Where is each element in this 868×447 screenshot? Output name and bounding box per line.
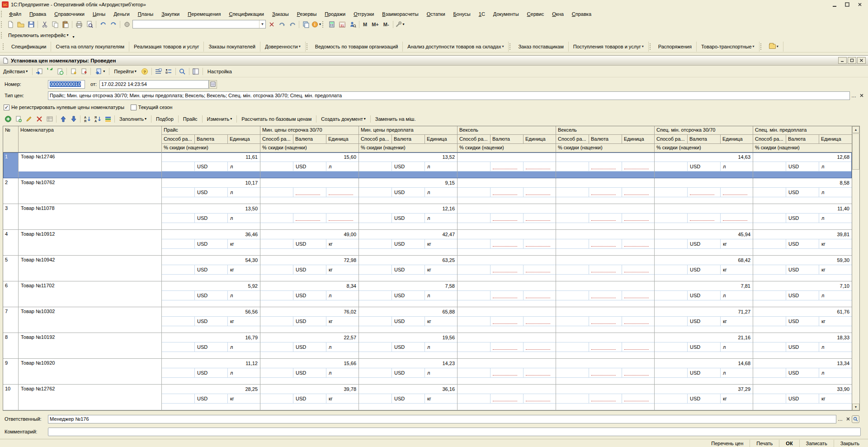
price-group-cell[interactable]: 11,61USDл (162, 152, 260, 178)
price-cell[interactable] (556, 281, 654, 291)
currency-cell[interactable]: USD (688, 291, 721, 300)
unit-cell[interactable]: кг (819, 317, 852, 326)
price-group-cell[interactable]: 28,25USDкг (162, 385, 260, 410)
new-window-button[interactable] (301, 19, 311, 29)
discount-cell[interactable] (556, 352, 654, 358)
subheader-cell[interactable]: Способ ра... (458, 135, 491, 143)
calc-method-cell[interactable] (458, 214, 491, 223)
unit-cell[interactable] (524, 291, 556, 300)
price-cell[interactable]: 49,00 (260, 230, 359, 239)
unit-cell[interactable]: кг (326, 239, 359, 248)
currency-cell[interactable]: USD (293, 239, 326, 248)
price-group-cell[interactable]: 33,90USDкг (753, 385, 852, 410)
currency-cell[interactable] (589, 317, 622, 326)
calc-method-cell[interactable] (458, 265, 491, 274)
price-cell[interactable] (458, 230, 556, 239)
price-group-cell[interactable]: 8,34USDл (260, 281, 359, 307)
currency-cell[interactable] (589, 214, 622, 223)
price-group-cell[interactable]: 14,63USDл (655, 152, 753, 178)
calc-method-cell[interactable] (556, 265, 589, 274)
price-group-cell[interactable] (458, 307, 556, 333)
price-cell[interactable]: 8,34 (260, 281, 359, 291)
calc-method-cell[interactable] (260, 317, 293, 326)
price-cell[interactable] (458, 359, 556, 368)
unit-cell[interactable]: л (326, 291, 359, 300)
price-cell[interactable]: 59,30 (753, 256, 852, 265)
discount-cell[interactable] (655, 275, 753, 281)
price-group-cell[interactable]: 12,16USDл (359, 204, 458, 229)
table-toolbar-button[interactable]: Подбор (153, 115, 177, 123)
calc-method-cell[interactable] (556, 342, 589, 352)
currency-cell[interactable]: USD (195, 162, 228, 171)
date-input[interactable] (99, 80, 209, 89)
price-group-cell[interactable]: 68,42USDкг (655, 256, 753, 281)
calc-method-cell[interactable] (260, 162, 293, 171)
discount-cell[interactable] (753, 300, 852, 307)
price-group-cell[interactable] (556, 307, 655, 333)
unit-cell[interactable]: кг (228, 317, 260, 326)
unload-button[interactable] (79, 67, 89, 76)
price-group-cell[interactable]: 18,33USDл (753, 333, 852, 358)
unit-cell[interactable] (622, 291, 655, 300)
discount-cell[interactable] (556, 171, 654, 178)
calc-method-cell[interactable] (162, 265, 195, 274)
currency-cell[interactable] (688, 188, 721, 197)
find-next-button[interactable] (277, 19, 287, 29)
app-close-button[interactable] (854, 1, 866, 8)
row-number-header[interactable]: № (3, 126, 19, 152)
price-group-cell[interactable]: 71,27USDкг (655, 307, 753, 333)
price-group-cell[interactable] (458, 204, 556, 229)
price-cell[interactable] (458, 178, 556, 188)
subheader-cell[interactable]: Способ ра... (655, 135, 688, 143)
discount-cell[interactable] (753, 249, 852, 255)
price-cell[interactable]: 19,56 (359, 333, 457, 342)
currency-cell[interactable]: USD (195, 265, 228, 274)
price-cell[interactable]: 7,58 (359, 281, 457, 291)
currency-cell[interactable] (491, 394, 524, 403)
unit-cell[interactable]: л (819, 162, 852, 171)
print-button[interactable] (74, 19, 84, 29)
menu-item[interactable]: Отгрузки (349, 10, 378, 18)
discount-cell[interactable] (162, 352, 260, 358)
currency-cell[interactable] (491, 239, 524, 248)
discount-cell[interactable] (359, 352, 457, 358)
price-cell[interactable] (556, 359, 654, 368)
search-combobox[interactable]: ▼ (132, 20, 266, 29)
doc-minimize-button[interactable] (838, 57, 847, 64)
discount-cell[interactable] (260, 300, 359, 307)
menu-grip[interactable] (1, 11, 3, 17)
price-group-cell[interactable]: 13,34USDл (753, 359, 852, 384)
unit-cell[interactable] (326, 214, 359, 223)
subheader-cell[interactable]: Способ ра... (753, 135, 786, 143)
row-number-cell[interactable]: 2 (3, 178, 19, 204)
price-group-cell[interactable] (556, 333, 655, 358)
menu-item[interactable]: Деньги (109, 10, 134, 18)
price-cell[interactable]: 22,57 (260, 333, 359, 342)
currency-cell[interactable] (293, 188, 326, 197)
unit-cell[interactable]: кг (326, 394, 359, 403)
menu-item[interactable]: Правка (25, 10, 50, 18)
price-cell[interactable]: 13,50 (162, 204, 260, 214)
price-cell[interactable]: 14,23 (359, 359, 457, 368)
calc-method-cell[interactable] (260, 368, 293, 377)
price-cell[interactable] (556, 385, 654, 394)
unit-cell[interactable]: кг (819, 239, 852, 248)
price-group-cell[interactable] (556, 230, 655, 255)
table-row[interactable]: 6Товар №117025,92USDл8,34USDл7,58USDл7,8… (3, 281, 852, 307)
price-group-cell[interactable]: 13,52USDл (359, 152, 458, 178)
price-cell[interactable]: 68,42 (655, 256, 753, 265)
price-group-cell[interactable]: 36,16USDкг (359, 385, 458, 410)
price-cell[interactable]: 65,88 (359, 307, 457, 317)
unit-cell[interactable] (622, 265, 655, 274)
help-button[interactable]: ? (140, 67, 150, 76)
price-group-cell[interactable]: 7,58USDл (359, 281, 458, 307)
calc-method-cell[interactable] (162, 291, 195, 300)
menu-item[interactable]: Заказы (268, 10, 293, 18)
currency-cell[interactable] (293, 214, 326, 223)
calc-method-cell[interactable] (753, 214, 786, 223)
sort-desc-button[interactable]: ЯА (92, 114, 103, 124)
price-cell[interactable]: 12,16 (359, 204, 457, 214)
currency-cell[interactable]: USD (392, 162, 425, 171)
price-cell[interactable]: 16,79 (162, 333, 260, 342)
discount-cell[interactable] (458, 352, 556, 358)
